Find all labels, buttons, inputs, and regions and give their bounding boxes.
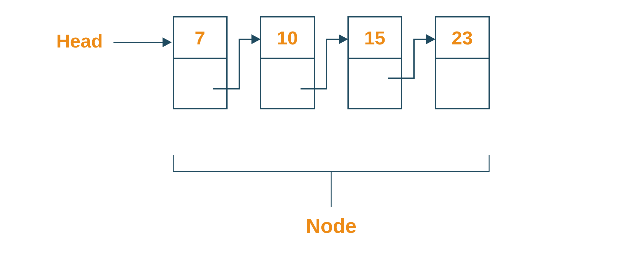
node-2-value: 15	[364, 27, 385, 48]
svg-marker-12	[426, 34, 435, 44]
node-label: Node	[306, 214, 357, 237]
node-0: 7	[173, 17, 227, 109]
node-3-value: 23	[452, 27, 473, 48]
pointer-arrow-1-2	[301, 34, 348, 89]
node-2: 15	[348, 17, 402, 109]
node-1-value: 10	[277, 27, 298, 48]
head-label: Head	[56, 30, 103, 51]
svg-marker-11	[339, 34, 348, 44]
linked-list-diagram: Head 7 10 15 23	[0, 0, 644, 258]
node-1: 10	[261, 17, 314, 109]
node-bracket	[173, 155, 489, 207]
head-arrow	[113, 37, 172, 47]
pointer-arrow-0-1	[213, 34, 261, 89]
node-0-value: 7	[195, 27, 205, 48]
node-3: 23	[435, 17, 489, 109]
svg-marker-10	[251, 34, 261, 44]
svg-marker-1	[163, 37, 172, 47]
pointer-arrow-2-3	[388, 34, 435, 78]
